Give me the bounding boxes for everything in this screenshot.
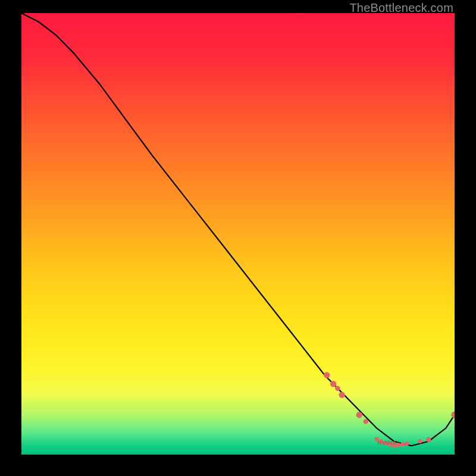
marker-dot — [335, 386, 340, 391]
marker-dot — [379, 439, 383, 443]
marker-dot — [374, 437, 378, 441]
chart-stage: TheBottleneck.com NVIDIA — [0, 0, 476, 476]
marker-dot — [364, 419, 368, 424]
marker-dot — [387, 442, 392, 446]
marker-dot — [405, 441, 409, 446]
curve-svg — [21, 13, 455, 455]
marker-dot — [383, 441, 387, 445]
marker-dot — [400, 442, 405, 446]
plot-area: NVIDIA — [21, 13, 455, 455]
marker-dot — [396, 443, 400, 447]
marker-dot — [356, 412, 362, 418]
marker-dot — [418, 439, 422, 443]
bottleneck-curve-path — [21, 13, 455, 446]
marker-dot — [392, 444, 396, 448]
marker-dot — [426, 437, 431, 442]
marker-dot — [330, 381, 336, 387]
marker-dot — [451, 412, 455, 418]
marker-dot — [324, 372, 330, 378]
marker-dot — [339, 392, 345, 398]
